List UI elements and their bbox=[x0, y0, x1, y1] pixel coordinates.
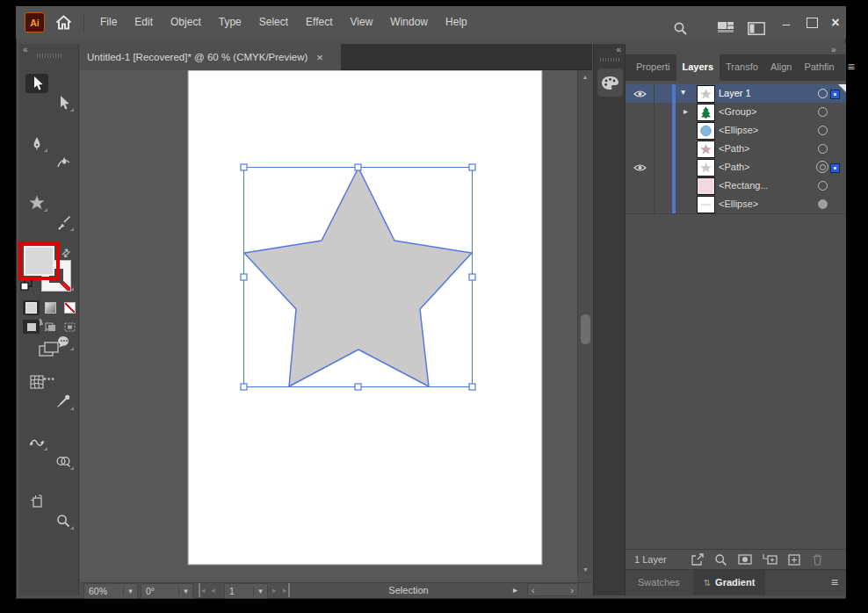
curvature-tool[interactable] bbox=[52, 153, 75, 172]
layer-thumbnail-pink-rect[interactable] bbox=[697, 177, 715, 195]
artboard-tool[interactable] bbox=[25, 492, 48, 511]
arrange-documents-icon[interactable] bbox=[716, 20, 735, 36]
color-panel-dock-button[interactable] bbox=[597, 69, 623, 97]
layer-name[interactable]: <Ellipse> bbox=[719, 121, 758, 140]
layer-name[interactable]: <Path> bbox=[719, 158, 749, 177]
layer-row-ellipse2[interactable]: <Ellipse> bbox=[626, 195, 846, 214]
layers-panel-menu-icon[interactable]: ≡ bbox=[841, 54, 862, 81]
delete-layer-icon[interactable] bbox=[810, 552, 826, 566]
workspace-switcher-icon[interactable] bbox=[746, 20, 767, 36]
selection-tool[interactable] bbox=[25, 74, 48, 93]
menu-select[interactable]: Select bbox=[250, 6, 297, 39]
menu-effect[interactable]: Effect bbox=[297, 6, 341, 39]
zoom-tool[interactable] bbox=[52, 511, 75, 530]
horizontal-scrollbar[interactable]: ‹ › bbox=[527, 583, 578, 596]
layer-row-ellipse1[interactable]: <Ellipse> bbox=[626, 121, 846, 141]
artboard-navigation-dropdown[interactable]: 1 ▾ bbox=[224, 583, 268, 599]
target-circle-icon[interactable] bbox=[818, 107, 828, 117]
none-button[interactable] bbox=[61, 300, 78, 315]
tab-gradient[interactable]: ⇅ Gradient bbox=[693, 570, 766, 595]
default-fill-stroke-icon[interactable] bbox=[20, 278, 33, 292]
scroll-right-icon[interactable]: › bbox=[570, 585, 574, 595]
previous-artboard-button[interactable]: ◂ bbox=[211, 583, 215, 597]
tab-properties[interactable]: Properti bbox=[626, 54, 676, 81]
new-sublayer-icon[interactable] bbox=[761, 552, 778, 566]
shape-builder-tool[interactable] bbox=[52, 451, 75, 471]
gradient-button[interactable] bbox=[42, 300, 59, 315]
menu-edit[interactable]: Edit bbox=[126, 6, 162, 39]
menu-type[interactable]: Type bbox=[210, 6, 250, 39]
maximize-button[interactable] bbox=[800, 12, 823, 33]
target-circle-icon[interactable] bbox=[818, 126, 828, 135]
draw-inside-button[interactable] bbox=[61, 320, 78, 334]
target-circle-icon[interactable] bbox=[818, 89, 828, 98]
menu-file[interactable]: File bbox=[91, 6, 126, 39]
menu-window[interactable]: Window bbox=[381, 6, 437, 39]
minimize-button[interactable]: – bbox=[775, 12, 798, 33]
layer-row-group[interactable]: ▸ <Group> bbox=[626, 103, 846, 122]
close-button[interactable]: × bbox=[825, 12, 846, 33]
layer-thumbnail-mauve-star[interactable] bbox=[697, 141, 715, 158]
tab-align[interactable]: Align bbox=[764, 54, 798, 81]
direct-selection-tool[interactable] bbox=[52, 93, 75, 112]
status-tool-indicator[interactable]: Selection bbox=[334, 583, 483, 597]
screen-mode-button[interactable] bbox=[38, 341, 61, 358]
layer-row-rectangle[interactable]: <Rectang... bbox=[626, 177, 846, 196]
vertical-scrollbar[interactable]: ▴ ▾ bbox=[577, 70, 592, 575]
make-clipping-mask-icon[interactable] bbox=[737, 552, 753, 566]
layer-thumbnail-star[interactable] bbox=[697, 85, 715, 103]
document-tab-close-icon[interactable]: × bbox=[316, 51, 323, 64]
layer-thumbnail-tree[interactable] bbox=[697, 104, 715, 121]
pen-tool[interactable] bbox=[25, 133, 48, 153]
layer-thumbnail-gray-star[interactable] bbox=[697, 159, 715, 177]
next-artboard-button[interactable]: ▸ bbox=[272, 583, 277, 597]
paintbrush-tool[interactable] bbox=[52, 213, 75, 232]
expand-chevron-icon[interactable]: ▸ bbox=[684, 106, 688, 116]
rotation-dropdown[interactable]: 0° ▾ bbox=[141, 583, 193, 599]
zoom-level-dropdown[interactable]: 60% ▾ bbox=[83, 583, 138, 599]
dock-collapse-icon[interactable]: « bbox=[616, 45, 621, 54]
locate-object-icon[interactable] bbox=[713, 552, 729, 566]
expand-chevron-icon[interactable]: ▾ bbox=[681, 87, 685, 97]
star-shape-tool[interactable] bbox=[25, 193, 48, 213]
layer-name[interactable]: <Group> bbox=[719, 103, 756, 121]
search-icon[interactable] bbox=[670, 18, 690, 38]
draw-behind-button[interactable] bbox=[42, 320, 59, 334]
layer-name[interactable]: <Rectang... bbox=[719, 177, 769, 195]
bottom-panel-menu-icon[interactable]: ≡ bbox=[823, 570, 846, 595]
color-fill-button[interactable] bbox=[23, 300, 40, 315]
layer-row-layer1[interactable]: ▾ Layer 1 bbox=[626, 84, 846, 104]
scroll-left-icon[interactable]: ‹ bbox=[532, 585, 535, 595]
menu-object[interactable]: Object bbox=[162, 6, 210, 39]
layer-name[interactable]: Layer 1 bbox=[719, 84, 751, 103]
tab-pathfinder[interactable]: Pathfin bbox=[798, 54, 840, 81]
home-icon[interactable] bbox=[54, 13, 73, 32]
draw-normal-button[interactable] bbox=[23, 320, 40, 334]
first-artboard-button[interactable]: ◂ bbox=[199, 583, 206, 597]
layer-name[interactable]: <Ellipse> bbox=[719, 195, 758, 213]
menu-view[interactable]: View bbox=[342, 6, 382, 39]
vertical-scrollbar-thumb[interactable] bbox=[581, 314, 590, 344]
tab-transform[interactable]: Transfo bbox=[720, 54, 764, 81]
scroll-down-icon[interactable]: ▾ bbox=[578, 563, 593, 575]
layer-row-path2-selected-object[interactable]: <Path> bbox=[626, 158, 846, 177]
last-artboard-button[interactable]: ▸ bbox=[283, 583, 290, 597]
dock-grip[interactable] bbox=[600, 58, 619, 61]
artboard-canvas[interactable] bbox=[80, 70, 577, 582]
visibility-eye-icon[interactable] bbox=[633, 89, 647, 98]
target-filled-icon[interactable] bbox=[818, 199, 828, 209]
menu-help[interactable]: Help bbox=[437, 6, 476, 39]
more-tools-button[interactable]: ••• bbox=[35, 372, 63, 385]
illustrator-app-icon[interactable]: Ai bbox=[25, 12, 45, 32]
new-layer-icon[interactable] bbox=[786, 552, 802, 566]
tab-layers[interactable]: Layers bbox=[676, 54, 720, 81]
scroll-up-icon[interactable]: ▴ bbox=[578, 70, 592, 83]
collect-for-export-icon[interactable] bbox=[690, 552, 705, 566]
collapse-panel-icon[interactable]: « bbox=[23, 45, 28, 54]
visibility-eye-icon[interactable] bbox=[633, 162, 647, 172]
tab-swatches[interactable]: Swatches bbox=[626, 570, 686, 595]
document-tab[interactable]: Untitled-1 [Recovered]* @ 60 % (CMYK/Pre… bbox=[80, 44, 341, 70]
selection-indicator-square[interactable] bbox=[830, 163, 840, 173]
layer-thumbnail-white-line[interactable] bbox=[697, 196, 715, 213]
target-circle-icon[interactable] bbox=[818, 181, 828, 191]
